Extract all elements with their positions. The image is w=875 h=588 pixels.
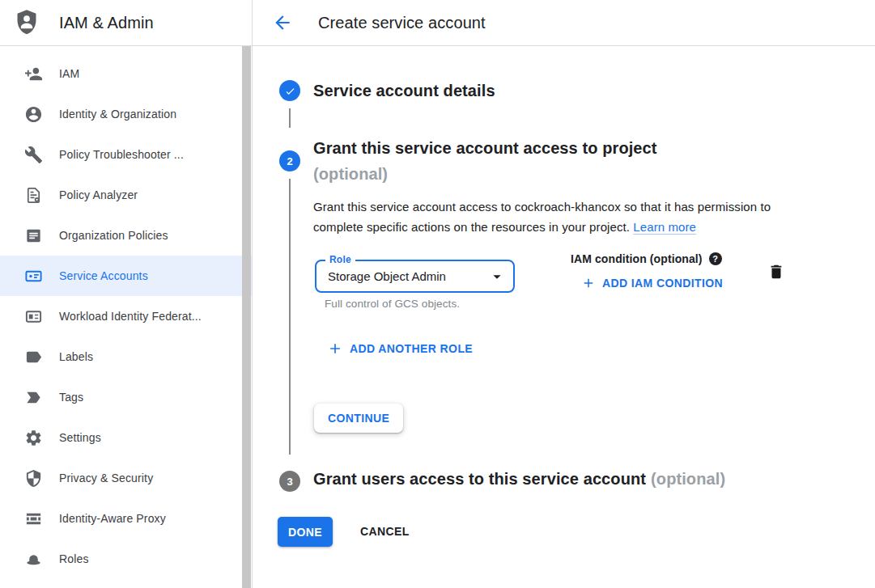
sidebar-item-policy-analyzer[interactable]: Policy Analyzer bbox=[0, 175, 252, 215]
account-circle-icon bbox=[24, 105, 43, 124]
page-title: Create service account bbox=[318, 14, 486, 32]
sidebar-item-identity-organization[interactable]: Identity & Organization bbox=[0, 94, 252, 134]
step2-description: Grant this service account access to coc… bbox=[313, 197, 796, 237]
cancel-button[interactable]: CANCEL bbox=[360, 523, 410, 539]
service-account-badge-icon bbox=[24, 267, 43, 286]
step3-title[interactable]: Grant users access to this service accou… bbox=[313, 470, 725, 489]
product-title: IAM & Admin bbox=[59, 14, 154, 32]
iam-condition-header: IAM condition (optional) ? bbox=[571, 252, 722, 265]
striped-panel-icon bbox=[24, 510, 43, 528]
sidebar-item-tags[interactable]: Tags bbox=[0, 377, 252, 417]
sidebar-item-label: Workload Identity Federat... bbox=[59, 310, 202, 323]
step2-optional-label: (optional) bbox=[313, 161, 657, 187]
add-another-role-button[interactable]: ADD ANOTHER ROLE bbox=[327, 341, 473, 357]
plus-icon bbox=[327, 341, 343, 357]
step3-optional-label: (optional) bbox=[651, 470, 725, 488]
sidebar-item-workload-identity-federat[interactable]: Workload Identity Federat... bbox=[0, 296, 252, 336]
label-tag-icon bbox=[24, 348, 43, 366]
sidebar-item-label: Roles bbox=[59, 552, 89, 565]
done-button[interactable]: DONE bbox=[278, 517, 333, 547]
sidebar-item-label: IAM bbox=[59, 67, 79, 80]
sidebar-item-label: Organization Policies bbox=[59, 229, 168, 242]
check-icon bbox=[284, 85, 296, 97]
sidebar-item-service-accounts[interactable]: Service Accounts bbox=[0, 256, 252, 296]
sidebar-item-label: Tags bbox=[59, 391, 83, 404]
iam-condition-label: IAM condition (optional) bbox=[571, 252, 703, 265]
help-icon[interactable]: ? bbox=[709, 252, 722, 265]
sidebar-item-label: Identity-Aware Proxy bbox=[59, 512, 166, 525]
person-add-icon bbox=[24, 65, 43, 83]
step3-number-indicator: 3 bbox=[279, 471, 300, 492]
plus-icon bbox=[581, 276, 596, 290]
id-card-icon bbox=[24, 307, 43, 326]
step1-complete-indicator bbox=[279, 80, 300, 101]
sidebar-list: IAMIdentity & OrganizationPolicy Trouble… bbox=[0, 53, 252, 579]
stepper-connector bbox=[289, 108, 291, 128]
sidebar-item-label: Service Accounts bbox=[59, 269, 148, 282]
stepper-connector bbox=[289, 179, 291, 455]
continue-button[interactable]: CONTINUE bbox=[314, 404, 403, 433]
learn-more-link[interactable]: Learn more bbox=[633, 220, 696, 234]
role-selected-value: Storage Object Admin bbox=[328, 261, 446, 291]
sidebar-item-policy-troubleshooter[interactable]: Policy Troubleshooter ... bbox=[0, 134, 252, 175]
sidebar-item-label: Policy Analyzer bbox=[59, 188, 138, 201]
sidebar-item-label: Privacy & Security bbox=[59, 472, 153, 484]
document-lines-icon bbox=[24, 226, 43, 245]
role-helper-text: Full control of GCS objects. bbox=[325, 298, 460, 310]
shield-icon bbox=[24, 469, 43, 488]
back-arrow-icon bbox=[272, 12, 293, 33]
add-iam-condition-button[interactable]: ADD IAM CONDITION bbox=[581, 276, 723, 290]
sidebar-item-privacy-security[interactable]: Privacy & Security bbox=[0, 458, 252, 498]
gear-icon bbox=[24, 429, 43, 447]
sidebar-item-identity-aware-proxy[interactable]: Identity-Aware Proxy bbox=[0, 498, 252, 539]
sidebar-item-label: Labels bbox=[59, 350, 93, 363]
product-header: IAM & Admin bbox=[0, 0, 253, 45]
wrench-icon bbox=[24, 146, 43, 164]
iam-admin-shield-icon bbox=[14, 8, 40, 37]
dropdown-caret-icon bbox=[488, 268, 506, 286]
iam-admin-app: IAM & Admin Create service account IAMId… bbox=[0, 0, 875, 588]
step2-title[interactable]: Grant this service account access to pro… bbox=[313, 135, 657, 187]
delete-role-button[interactable] bbox=[767, 263, 786, 282]
sidebar-item-label: Policy Troubleshooter ... bbox=[59, 148, 184, 161]
top-bar: IAM & Admin Create service account bbox=[0, 0, 875, 46]
role-select[interactable]: Role Storage Object Admin bbox=[315, 260, 515, 293]
trash-icon bbox=[767, 263, 785, 281]
sidebar-item-iam[interactable]: IAM bbox=[0, 53, 252, 94]
sidebar-scrollbar[interactable] bbox=[242, 46, 251, 588]
hat-icon bbox=[24, 550, 43, 569]
sidebar-item-settings[interactable]: Settings bbox=[0, 417, 252, 458]
sidebar-item-roles[interactable]: Roles bbox=[0, 539, 252, 579]
label-arrow-icon bbox=[24, 388, 43, 407]
page-header: Create service account bbox=[253, 0, 875, 45]
document-search-icon bbox=[24, 186, 43, 205]
sidebar-nav: IAMIdentity & OrganizationPolicy Trouble… bbox=[0, 46, 253, 588]
create-service-account-panel: Service account details 2 Grant this ser… bbox=[253, 46, 875, 588]
step1-title[interactable]: Service account details bbox=[313, 82, 495, 100]
step2-number-indicator: 2 bbox=[279, 150, 300, 171]
back-button[interactable] bbox=[272, 12, 293, 33]
sidebar-item-organization-policies[interactable]: Organization Policies bbox=[0, 215, 252, 256]
sidebar-item-label: Settings bbox=[59, 431, 101, 444]
sidebar-item-label: Identity & Organization bbox=[59, 108, 176, 121]
sidebar-item-labels[interactable]: Labels bbox=[0, 336, 252, 377]
